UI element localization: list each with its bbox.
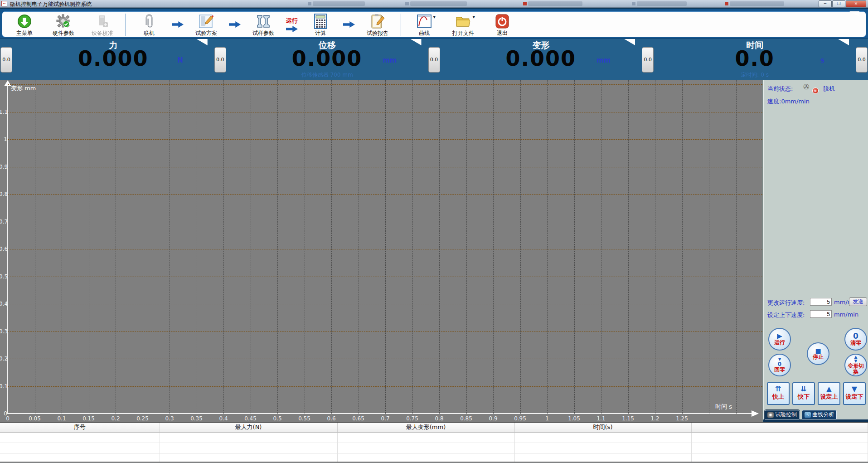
zero-button[interactable]: 0.0 — [428, 47, 440, 73]
updown-speed-input[interactable] — [810, 310, 832, 318]
exit-button[interactable]: 退出 — [483, 14, 522, 37]
measurement-panels: 0.0力0.000N0.0位移0.000mm位移传感器 700 mm0.0变形0… — [0, 39, 868, 80]
curve-analysis-tab-icon: ∿ — [805, 412, 811, 418]
maximize-button[interactable]: ❐ — [832, 0, 845, 7]
toolbar-separator — [401, 14, 401, 36]
run-button[interactable]: ▶运行 — [768, 328, 791, 351]
updown-speed-label: 设定上下速度: — [767, 311, 805, 319]
flow-arrow-icon: 运行 — [283, 14, 301, 35]
set-down-button[interactable]: ▼设定下 — [843, 382, 866, 405]
report-pencil-icon — [370, 14, 385, 29]
stop-button[interactable]: ■停止 — [807, 342, 829, 365]
x-tick-label: 1.2 — [650, 415, 659, 422]
y-tick-label: 0.9 — [0, 164, 7, 170]
dropdown-arrow-icon[interactable]: ▼ — [473, 15, 475, 19]
toolbar: 主菜单硬件参数设备校准联机试验方案试样参数运行计算试验报告▼曲线▼打开文件退出 — [2, 11, 866, 37]
updown-speed-unit: mm/min — [834, 311, 858, 318]
title-bar: ~ 微机控制电子万能试验机测控系统 ─ ❐ ✕ — [0, 0, 868, 8]
test-plan-label: 试验方案 — [195, 29, 217, 37]
y-tick-label: 0.2 — [0, 356, 7, 362]
x-axis-line — [7, 413, 755, 414]
return-zero-button[interactable]: ▼0回零 — [768, 354, 791, 376]
x-tick-label: 0.2 — [111, 415, 120, 422]
x-tick-label: 0.05 — [29, 415, 41, 422]
set-down-arrow-icon: ▼ — [852, 386, 857, 392]
results-column-header: 最大变形(mm) — [337, 423, 514, 432]
change-speed-label: 更改运行速度: — [767, 299, 805, 307]
displacement-sub-label: 位移传感器 700 mm — [227, 71, 428, 79]
deformation-panel: 变形0.000mm — [441, 39, 642, 80]
deform-switch-button[interactable]: ▲▼变形切换 — [844, 354, 867, 376]
zero-button[interactable]: 0.0 — [856, 47, 868, 73]
hardware-params-button[interactable]: 硬件参数 — [44, 14, 83, 37]
results-table[interactable]: 序号最大力(N)最大变形(mm)时间(s) — [0, 423, 868, 463]
connect-label: 联机 — [144, 29, 155, 37]
zero-button[interactable]: 0.0 — [0, 47, 12, 73]
open-file-button[interactable]: ▼打开文件 — [444, 14, 483, 37]
zero-button[interactable]: 0.0 — [642, 47, 654, 73]
specimen-params-label: 试样参数 — [252, 29, 274, 37]
clear-zero-button[interactable]: 0清零 — [844, 328, 867, 351]
x-tick-label: 0.25 — [136, 415, 149, 422]
x-tick-label: 0.8 — [435, 415, 443, 422]
tab-curve-analysis[interactable]: ∿曲线分析 — [802, 410, 837, 419]
y-tick-label: 1 — [0, 136, 7, 142]
calculate-button[interactable]: 计算 — [301, 14, 340, 37]
time-value: 0.0 — [654, 46, 855, 71]
results-row — [0, 443, 868, 453]
speed-readout: 速度:0mm/min — [767, 97, 810, 106]
deformation-unit: mm — [596, 56, 611, 64]
run-caption: 运行 — [286, 17, 298, 25]
deformation-time-chart[interactable]: 变形 mm 时间 s 00.10.20.30.40.50.60.70.80.91… — [0, 80, 762, 422]
x-tick-label: 0.6 — [327, 415, 335, 422]
results-column-header: 序号 — [0, 423, 160, 432]
calibration-icon — [95, 14, 110, 29]
y-tick-label: 1.1 — [0, 109, 7, 115]
connect-button[interactable]: 联机 — [130, 14, 169, 37]
curve-button[interactable]: ▼曲线 — [405, 14, 444, 37]
time-sub-label: 定时间: 0 s — [654, 71, 855, 79]
main-menu-label: 主菜单 — [16, 29, 33, 37]
background-window-ghost — [410, 1, 467, 6]
y-axis-label: 变形 mm — [11, 84, 36, 93]
test-report-button[interactable]: 试验报告 — [358, 14, 397, 37]
time-panel: 时间0.0s定时间: 0 s — [654, 39, 855, 80]
close-button[interactable]: ✕ — [846, 0, 866, 7]
y-tick-label: 0.1 — [0, 383, 7, 390]
dropdown-arrow-icon[interactable]: ▼ — [433, 15, 436, 19]
main-menu-icon — [17, 14, 32, 29]
zero-button[interactable]: 0.0 — [214, 47, 226, 73]
folder-icon: ▼ — [456, 14, 471, 29]
fast-down-button[interactable]: ⇊快下 — [792, 382, 815, 405]
test-plan-button[interactable]: 试验方案 — [187, 14, 226, 37]
results-table-area: 序号最大力(N)最大变形(mm)时间(s) — [0, 422, 868, 463]
fast-up-button[interactable]: ⇈快上 — [767, 382, 790, 405]
set-up-button[interactable]: ▲设定上 — [818, 382, 840, 405]
x-tick-label: 0 — [6, 415, 10, 422]
x-tick-label: 0.9 — [489, 415, 497, 422]
tab-test-control[interactable]: ◉试验控制 — [765, 410, 800, 419]
y-tick-label: 0.8 — [0, 191, 7, 197]
set-up-arrow-icon: ▲ — [826, 386, 832, 392]
results-column-header: 时间(s) — [514, 423, 691, 432]
results-column-header-empty — [691, 423, 868, 432]
change-speed-input[interactable] — [810, 298, 832, 306]
specimen-params-button[interactable]: 试样参数 — [244, 14, 283, 37]
minimize-button[interactable]: ─ — [819, 0, 832, 7]
x-tick-label: 1.25 — [676, 415, 688, 422]
send-button[interactable]: 发送 — [849, 297, 867, 306]
current-status-value: 脱机 — [823, 85, 835, 93]
side-panel-tabs: ◉试验控制∿曲线分析 — [765, 410, 837, 419]
app-icon: ~ — [1, 1, 7, 6]
x-tick-label: 0.55 — [298, 415, 310, 422]
x-tick-label: 0.4 — [219, 415, 228, 422]
y-tick-label: 0.3 — [0, 328, 7, 335]
y-tick-label: 0.4 — [0, 301, 7, 307]
device-calibration-button: 设备校准 — [83, 14, 122, 37]
toolbar-zone: 主菜单硬件参数设备校准联机试验方案试样参数运行计算试验报告▼曲线▼打开文件退出 — [0, 8, 868, 39]
toolbar-corner-notch — [849, 11, 859, 17]
displacement-unit: mm — [383, 56, 397, 64]
x-tick-label: 1.05 — [568, 415, 580, 422]
force-value: 0.000 — [13, 46, 214, 71]
main-menu-button[interactable]: 主菜单 — [5, 14, 44, 37]
